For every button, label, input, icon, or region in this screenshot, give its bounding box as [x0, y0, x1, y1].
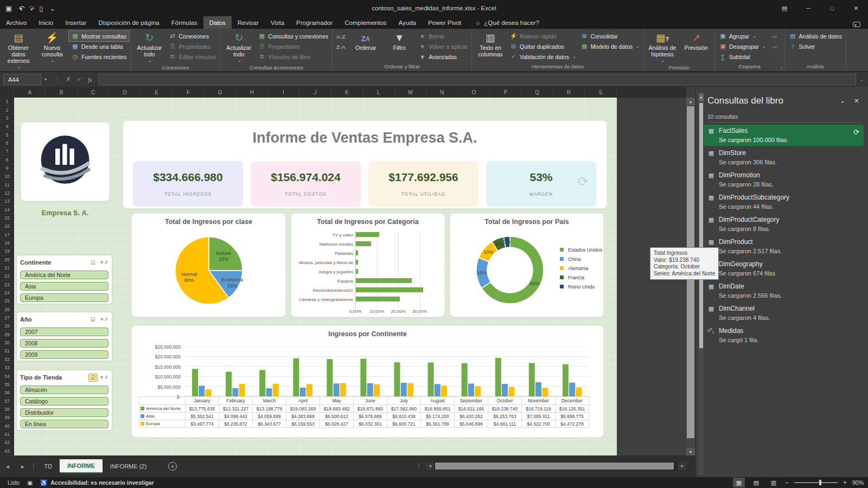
row-header-30[interactable]: 30	[0, 339, 14, 347]
menu-tab-datos[interactable]: Datos	[203, 16, 232, 29]
filtro-button[interactable]: ▼Filtro	[382, 30, 416, 62]
slicer-item-asia[interactable]: Asia	[20, 282, 108, 291]
row-header-2[interactable]: 2	[0, 106, 14, 114]
menu-tab-programador[interactable]: Programador	[290, 16, 339, 29]
customize-quick-access-icon[interactable]: ⌄	[49, 4, 55, 12]
horizontal-scrollbar-thumb[interactable]	[435, 463, 674, 470]
query-item-dimpromotion[interactable]: ▦DimPromotion Se cargaron 28 filas.	[703, 169, 864, 190]
menu-tab-vista[interactable]: Vista	[265, 16, 290, 29]
row-header-3[interactable]: 3	[0, 114, 14, 123]
query-item-dimchannel[interactable]: ▦DimChannel Se cargaron 4 filas.	[703, 303, 864, 324]
row-header-31[interactable]: 31	[0, 347, 14, 355]
tell-me-label[interactable]: ¿Qué desea hacer?	[484, 20, 539, 26]
row-header-26[interactable]: 26	[0, 306, 14, 314]
row-header-41[interactable]: 41	[0, 431, 14, 439]
row-header-28[interactable]: 28	[0, 322, 14, 330]
row-header-33[interactable]: 33	[0, 364, 14, 372]
menu-tab-insertar[interactable]: Insertar	[59, 16, 92, 29]
column-header-k[interactable]: K	[331, 87, 363, 98]
scroll-right-icon[interactable]: ►	[678, 462, 686, 470]
sheet-tab-td[interactable]: TD	[36, 459, 60, 473]
modelo-de-datos-button[interactable]: ▦Modelo de datos⌄	[578, 41, 642, 52]
multi-select-icon[interactable]: ☑	[88, 259, 98, 267]
panel-close-icon[interactable]: ✕	[854, 97, 859, 105]
slicer-item-2009[interactable]: 2009	[20, 350, 108, 359]
zoom-in-icon[interactable]: +	[843, 479, 847, 486]
menu-tab-inicio[interactable]: Inicio	[33, 16, 59, 29]
clear-filter-icon[interactable]: ▼✗	[99, 259, 108, 267]
slicer-item-distribuidor[interactable]: Distribuidor	[20, 408, 108, 417]
row-header-27[interactable]: 27	[0, 314, 14, 322]
clear-filter-icon[interactable]: ▼✗	[99, 374, 108, 382]
panel-scrollbar[interactable]: ▲	[699, 93, 704, 475]
name-box[interactable]: A44	[3, 74, 41, 85]
sheet-nav-right-icon[interactable]: ►	[15, 464, 30, 470]
clear-filter-icon[interactable]: ▼✗	[99, 316, 108, 324]
column-header-a[interactable]: A	[14, 87, 46, 98]
row-header-16[interactable]: 16	[0, 222, 14, 230]
row-header-32[interactable]: 32	[0, 356, 14, 364]
menu-tab-disposici-n-de-p-gina[interactable]: Disposición de página	[92, 16, 165, 29]
select-all-corner[interactable]	[0, 87, 14, 98]
row-header-42[interactable]: 42	[0, 439, 14, 447]
menu-tab-f-rmulas[interactable]: Fórmulas	[165, 16, 203, 29]
conexiones-button[interactable]: ⇄Conexiones	[166, 31, 218, 41]
an-lisis-de-hip-tesis-button[interactable]: ▦?Análisis de hipótesis⌄	[646, 30, 679, 64]
column-header-i[interactable]: I	[268, 87, 299, 98]
column-header-n[interactable]: N	[426, 87, 458, 98]
row-header-29[interactable]: 29	[0, 331, 14, 339]
menu-tab-ayuda[interactable]: Ayuda	[393, 16, 422, 29]
column-header-s[interactable]: S	[585, 87, 616, 98]
query-item-medidas[interactable]: ABCMedidas Se cargó 1 fila.	[703, 325, 864, 346]
multi-select-icon[interactable]: ☑	[88, 316, 98, 324]
quitar-duplicados-button[interactable]: ⊟Quitar duplicados	[507, 41, 578, 52]
menu-tab-revisar[interactable]: Revisar	[232, 16, 265, 29]
zoom-out-icon[interactable]: −	[785, 479, 789, 486]
normal-view-icon[interactable]: ▦	[733, 478, 745, 487]
row-header-14[interactable]: 14	[0, 206, 14, 214]
query-item-dimproduct[interactable]: ▦DimProduct Se cargaron 2.517 filas.	[703, 236, 864, 257]
zoom-slider[interactable]	[794, 482, 838, 483]
nueva-consulta-button[interactable]: ⚡Nueva consulta⌄	[35, 30, 69, 64]
an-lisis-de-datos-button[interactable]: ▤Análisis de datos	[787, 31, 844, 41]
row-header-7[interactable]: 7	[0, 147, 14, 156]
menu-tab-archivo[interactable]: Archivo	[0, 16, 33, 29]
row-header-20[interactable]: 20	[0, 256, 14, 264]
desagrupar-button[interactable]: ▣Desagrupar⌄	[717, 41, 768, 52]
scroll-up-icon[interactable]: ▲	[686, 98, 695, 105]
row-header-13[interactable]: 13	[0, 197, 14, 206]
column-header-m[interactable]: M	[395, 87, 426, 98]
slicer-item-en-l-nea[interactable]: En línea	[20, 420, 108, 428]
column-header-b[interactable]: B	[46, 87, 77, 98]
zoom-level[interactable]: 90%	[852, 479, 864, 486]
row-header-10[interactable]: 10	[0, 172, 14, 181]
row-header-22[interactable]: 22	[0, 272, 14, 280]
propiedades-button[interactable]: ☰Propiedades	[166, 41, 218, 52]
row-header-19[interactable]: 19	[0, 247, 14, 255]
subtotal-button[interactable]: ∑Subtotal	[717, 52, 768, 62]
relleno-r-pido-button[interactable]: ⚡Relleno rápido	[507, 31, 578, 41]
row-header-21[interactable]: 21	[0, 264, 14, 272]
row-header-38[interactable]: 38	[0, 406, 14, 414]
row-header-36[interactable]: 36	[0, 389, 14, 397]
row-header-11[interactable]: 11	[0, 181, 14, 189]
comments-icon[interactable]	[853, 22, 860, 27]
scroll-left-icon[interactable]: ◄	[426, 462, 434, 470]
borrar-button[interactable]: ▼Borrar	[416, 31, 470, 41]
row-header-24[interactable]: 24	[0, 289, 14, 297]
editar-v-nculos-button[interactable]: ⧉Editar vínculos	[166, 52, 218, 62]
panel-scroll-up-icon[interactable]: ▲	[699, 93, 704, 101]
name-box-dropdown-icon[interactable]: ▾	[41, 77, 50, 82]
row-header-43[interactable]: 43	[0, 447, 14, 455]
row-header-4[interactable]: 4	[0, 123, 14, 131]
panel-collapse-icon[interactable]: ⌄	[840, 97, 845, 105]
column-header-c[interactable]: C	[78, 87, 109, 98]
row-header-23[interactable]: 23	[0, 281, 14, 289]
row-header-35[interactable]: 35	[0, 381, 14, 389]
accessibility-status[interactable]: ♿ Accesibilidad: es necesario investigar	[40, 479, 154, 486]
ribbon-display-options-icon[interactable]: ▤	[773, 0, 796, 16]
slicer-item-2008[interactable]: 2008	[20, 339, 108, 348]
row-header-37[interactable]: 37	[0, 397, 14, 405]
consultas-y-conexiones-button[interactable]: ▦Consultas y conexiones	[256, 31, 330, 41]
actualizar-todo-button[interactable]: ↻Actualizar todo⌄	[132, 30, 166, 64]
